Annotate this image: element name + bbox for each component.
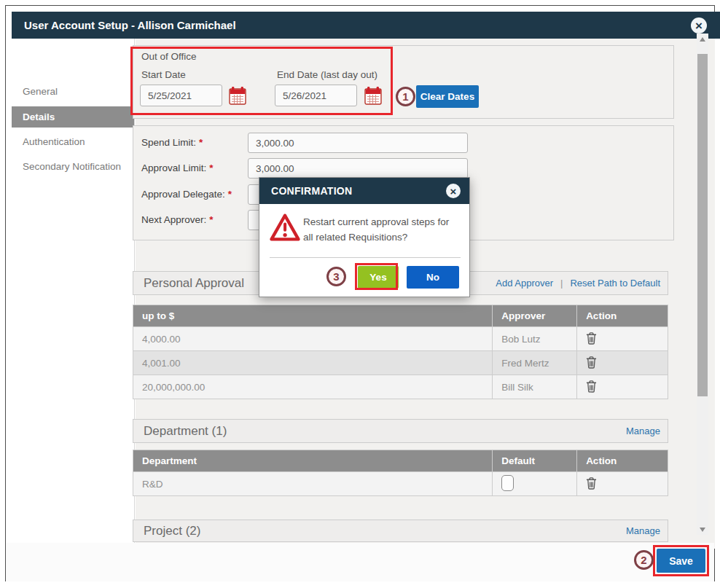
start-date-calendar-icon[interactable]: [229, 86, 246, 105]
approval-path-table: up to $ Approver Action 4,000.00 Bob Lut…: [133, 305, 668, 399]
dialog-titlebar: User Account Setup - Allison Carmichael …: [12, 12, 720, 39]
no-button[interactable]: No: [407, 266, 459, 289]
table-row: 4,000.00 Bob Lutz: [133, 327, 668, 351]
delete-approver-icon[interactable]: [586, 380, 597, 393]
department-table: Department Default Action R&D: [133, 450, 668, 496]
sidebar-item-authentication[interactable]: Authentication: [12, 131, 134, 152]
project-manage-link[interactable]: Manage: [626, 525, 660, 536]
department-header: Department (1) Manage: [133, 419, 668, 443]
amount-cell: 4,001.00: [133, 351, 493, 375]
annotation-step-3: 3: [326, 267, 346, 286]
end-date-calendar-icon[interactable]: [364, 86, 382, 105]
col-approver: Approver: [493, 305, 577, 327]
confirmation-title: CONFIRMATION: [271, 185, 352, 197]
sidebar-nav: General Details Authentication Secondary…: [12, 39, 135, 549]
reset-path-link[interactable]: Reset Path to Default: [570, 278, 660, 289]
dialog-close-icon[interactable]: ×: [691, 17, 707, 34]
approver-cell: Bill Silk: [493, 375, 577, 399]
scrollbar-thumb[interactable]: [697, 54, 708, 396]
col-up-to: up to $: [133, 305, 493, 327]
personal-approval-title: Personal Approval: [144, 276, 244, 291]
end-date-input[interactable]: 5/26/2021: [275, 85, 357, 106]
required-asterisk: *: [199, 137, 203, 148]
next-approver-label: Next Approver:*: [141, 214, 214, 225]
approval-limit-input[interactable]: 3,000.00: [248, 158, 468, 179]
col-action: Action: [577, 450, 668, 472]
save-button[interactable]: Save: [657, 549, 705, 573]
approval-limit-label: Approval Limit:*: [141, 162, 214, 173]
link-separator: |: [560, 278, 563, 289]
department-title: Department (1): [144, 424, 227, 439]
table-row: 4,001.00 Fred Mertz: [133, 351, 668, 375]
sidebar-item-details[interactable]: Details: [12, 106, 134, 128]
col-action: Action: [577, 305, 668, 327]
annotation-step-2: 2: [634, 550, 654, 570]
project-header: Project (2) Manage: [133, 520, 668, 542]
amount-cell: 4,000.00: [133, 327, 493, 351]
spend-limit-input[interactable]: 3,000.00: [248, 133, 468, 153]
delete-approver-icon[interactable]: [586, 356, 597, 369]
department-manage-link[interactable]: Manage: [626, 426, 660, 436]
required-asterisk: *: [228, 189, 232, 200]
default-checkbox[interactable]: [501, 475, 514, 491]
screenshot-canvas: User Account Setup - Allison Carmichael …: [0, 0, 720, 588]
clear-dates-button[interactable]: Clear Dates: [416, 85, 479, 108]
start-date-label: Start Date: [141, 69, 186, 80]
department-table-header-row: Department Default Action: [133, 450, 668, 472]
yes-button[interactable]: Yes: [358, 266, 399, 289]
delete-approver-icon[interactable]: [586, 332, 597, 345]
scroll-up-icon[interactable]: [697, 34, 708, 44]
table-row: 20,000,000.00 Bill Silk: [133, 375, 668, 399]
amount-cell: 20,000,000.00: [133, 375, 493, 399]
approver-cell: Bob Lutz: [493, 327, 577, 351]
confirmation-modal-header: CONFIRMATION ×: [259, 178, 469, 204]
table-row: R&D: [133, 472, 668, 496]
modal-divider: [270, 257, 461, 258]
required-asterisk: *: [209, 214, 213, 225]
out-of-office-panel: [133, 45, 674, 119]
add-approver-link[interactable]: Add Approver: [496, 278, 553, 289]
sidebar-item-secondary-notification[interactable]: Secondary Notification: [12, 156, 134, 177]
delete-department-icon[interactable]: [586, 477, 597, 490]
col-department: Department: [133, 450, 493, 472]
project-title: Project (2): [144, 524, 200, 538]
end-date-label: End Date (last day out): [277, 69, 377, 80]
col-default: Default: [493, 450, 577, 472]
start-date-input[interactable]: 5/25/2021: [140, 85, 222, 106]
confirmation-close-icon[interactable]: ×: [446, 184, 461, 198]
vertical-scrollbar[interactable]: [697, 34, 708, 535]
spend-limit-label: Spend Limit:*: [141, 137, 203, 148]
approval-table-header-row: up to $ Approver Action: [133, 305, 668, 327]
dialog-footer: [6, 543, 714, 581]
sidebar-item-general[interactable]: General: [12, 81, 134, 102]
dialog-title: User Account Setup - Allison Carmichael: [24, 19, 236, 31]
annotation-step-1: 1: [396, 87, 415, 106]
department-cell: R&D: [133, 472, 493, 496]
out-of-office-title: Out of Office: [141, 51, 197, 62]
confirmation-modal: CONFIRMATION × Restart current approval …: [259, 177, 470, 297]
scroll-down-icon[interactable]: [697, 524, 708, 535]
required-asterisk: *: [209, 162, 213, 173]
approver-cell: Fred Mertz: [493, 351, 577, 375]
confirmation-message: Restart current approval steps for all r…: [303, 215, 463, 246]
warning-icon: [269, 213, 301, 243]
approval-delegate-label: Approval Delegate:*: [141, 189, 232, 200]
